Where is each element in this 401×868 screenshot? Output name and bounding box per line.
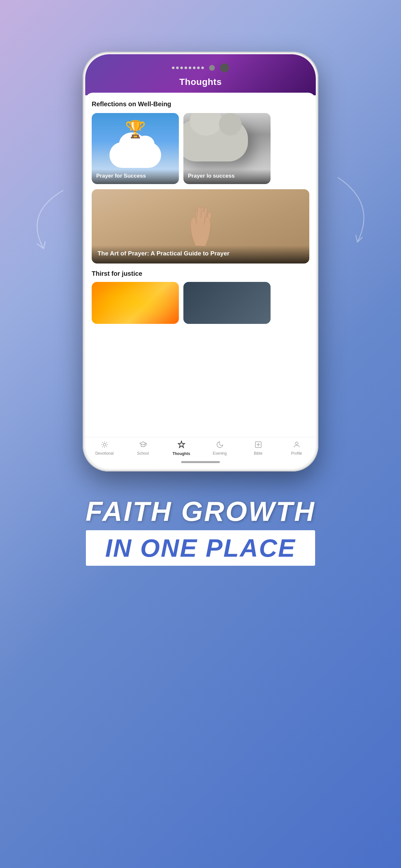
fire-glow bbox=[92, 282, 179, 324]
notch-dot bbox=[193, 66, 196, 69]
phone-inner: Thoughts Reflections on Well-Being 🏆 bbox=[85, 54, 316, 469]
nav-item-profile[interactable]: Profile bbox=[284, 441, 310, 456]
svg-marker-10 bbox=[178, 441, 185, 447]
notch-speaker bbox=[220, 63, 229, 72]
card-fire[interactable] bbox=[92, 282, 179, 324]
faith-growth-text: FAITH GROWTH bbox=[86, 497, 315, 525]
devotional-label: Devotional bbox=[95, 451, 114, 456]
card-prayer-lo-success[interactable]: Prayer lo success bbox=[183, 113, 271, 184]
card-fire-background bbox=[92, 282, 179, 324]
page-wrapper: Thoughts Reflections on Well-Being 🏆 bbox=[0, 0, 401, 868]
nav-item-evening[interactable]: Evening bbox=[207, 441, 233, 456]
home-bar bbox=[181, 461, 220, 463]
bible-label: Bible bbox=[254, 451, 263, 456]
profile-label: Profile bbox=[291, 451, 302, 456]
devotional-icon bbox=[101, 441, 109, 450]
app-header: Thoughts bbox=[85, 54, 316, 95]
phone-frame: Thoughts Reflections on Well-Being 🏆 bbox=[83, 52, 318, 471]
notch-dot bbox=[202, 66, 204, 69]
in-one-place-wrapper: IN ONE PLACE bbox=[86, 530, 315, 566]
thoughts-label: Thoughts bbox=[173, 452, 190, 456]
app-header-title: Thoughts bbox=[95, 77, 306, 87]
notch-dot bbox=[185, 66, 187, 69]
notch-dot bbox=[189, 66, 191, 69]
school-icon bbox=[139, 441, 147, 450]
deco-arrow-right bbox=[332, 175, 383, 245]
praying-hands-illustration bbox=[168, 200, 233, 252]
school-label: School bbox=[137, 451, 149, 456]
notch-dot bbox=[172, 66, 175, 69]
evening-label: Evening bbox=[213, 451, 227, 456]
phone-notch bbox=[172, 63, 229, 72]
in-one-place-text: IN ONE PLACE bbox=[105, 535, 296, 561]
card-dark[interactable] bbox=[183, 282, 271, 324]
screen: Thoughts Reflections on Well-Being 🏆 bbox=[85, 54, 316, 469]
cards-row-reflections: 🏆 Prayer for Success Prayer lo success bbox=[92, 113, 309, 184]
nav-item-school[interactable]: School bbox=[130, 441, 156, 456]
card-dark-background bbox=[183, 282, 271, 324]
deco-arrow-left bbox=[18, 187, 69, 252]
cards-row-justice bbox=[92, 282, 309, 324]
thoughts-icon bbox=[177, 440, 186, 450]
svg-line-5 bbox=[102, 442, 103, 443]
app-content[interactable]: Reflections on Well-Being 🏆 Prayer for S… bbox=[85, 93, 316, 437]
reflections-section-title: Reflections on Well-Being bbox=[92, 100, 309, 108]
home-indicator bbox=[85, 458, 316, 469]
nav-item-devotional[interactable]: Devotional bbox=[92, 441, 118, 456]
card-prayer-success[interactable]: 🏆 Prayer for Success bbox=[92, 113, 179, 184]
bible-icon bbox=[254, 441, 262, 450]
notch-camera bbox=[209, 65, 215, 71]
cloud-decoration bbox=[110, 142, 161, 168]
card-art-of-prayer-label: The Art of Prayer: A Practical Guide to … bbox=[92, 245, 309, 264]
notch-dot bbox=[176, 66, 179, 69]
card-prayer-lo-success-label: Prayer lo success bbox=[183, 169, 271, 184]
card-art-of-prayer[interactable]: The Art of Prayer: A Practical Guide to … bbox=[92, 189, 309, 264]
svg-line-7 bbox=[102, 446, 103, 447]
profile-icon bbox=[293, 441, 301, 450]
svg-line-8 bbox=[106, 442, 106, 443]
justice-section-title: Thirst for justice bbox=[92, 270, 309, 277]
trophy-icon: 🏆 bbox=[125, 120, 146, 139]
nav-item-thoughts[interactable]: Thoughts bbox=[168, 440, 194, 456]
bottom-text-section: FAITH GROWTH IN ONE PLACE bbox=[66, 497, 335, 566]
evening-icon bbox=[216, 441, 224, 450]
nav-item-bible[interactable]: Bible bbox=[245, 441, 271, 456]
svg-point-14 bbox=[296, 442, 298, 445]
notch-dots bbox=[172, 66, 204, 69]
svg-line-6 bbox=[106, 446, 106, 447]
card-prayer-success-label: Prayer for Success bbox=[92, 169, 179, 184]
storm-cloud bbox=[183, 120, 248, 161]
svg-point-0 bbox=[103, 443, 106, 446]
notch-dot bbox=[197, 66, 200, 69]
bottom-nav: Devotional School bbox=[85, 437, 316, 458]
notch-dot bbox=[181, 66, 183, 69]
